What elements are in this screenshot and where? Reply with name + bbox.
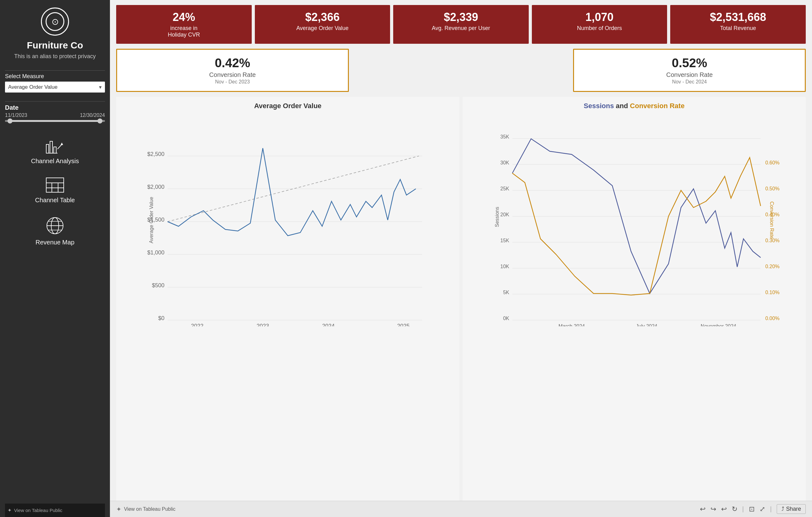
toolbar: ✦ View on Tableau Public ↩ ↪ ↩ ↻ | ⊡ ⤢ |… <box>110 501 812 517</box>
svg-text:2024: 2024 <box>322 323 335 326</box>
tableau-public-bar[interactable]: ✦ View on Tableau Public <box>5 504 105 517</box>
date-start: 11/1/2023 <box>5 112 27 118</box>
svg-text:$2,500: $2,500 <box>147 151 164 157</box>
sidebar-item-revenue-map[interactable]: Revenue Map <box>5 211 105 252</box>
sidebar-item-revenue-map-label: Revenue Map <box>36 239 75 246</box>
aov-chart-container: Average Order Value $0 $500 $1,000 $1,50… <box>116 97 459 512</box>
sessions-cvr-chart-title: Sessions and Conversion Rate <box>467 102 801 110</box>
kpi-card-4: $2,531,668 Total Revenue <box>670 5 806 44</box>
date-slider-fill <box>10 120 100 122</box>
cvr-card-2024: 0.52% Conversion Rate Nov - Dec 2024 <box>573 49 806 92</box>
globe-icon <box>46 216 64 236</box>
svg-rect-2 <box>54 147 56 153</box>
kpi-value-0: 24% <box>120 10 248 24</box>
cvr-card-2023: 0.42% Conversion Rate Nov - Dec 2023 <box>116 49 349 92</box>
kpi-value-4: $2,531,668 <box>674 10 802 24</box>
sessions-cvr-chart-container: Sessions and Conversion Rate 0K 5K 10K 1… <box>463 97 806 512</box>
svg-text:15K: 15K <box>500 238 510 243</box>
select-measure-wrapper[interactable]: Average Order Value Number of Orders Tot… <box>5 82 105 92</box>
kpi-card-3: 1,070 Number of Orders <box>532 5 667 44</box>
svg-text:25K: 25K <box>500 186 510 191</box>
aov-chart-svg: $0 $500 $1,000 $1,500 $2,000 $2,500 Aver… <box>121 114 455 326</box>
svg-text:Conversion Rate: Conversion Rate <box>769 201 775 239</box>
kpi-row: 24% increase inHoliday CVR $2,366 Averag… <box>116 5 806 44</box>
aov-chart-title: Average Order Value <box>121 102 455 110</box>
share-icon: ⤴ <box>781 506 784 512</box>
share-button[interactable]: ⤴ Share <box>777 504 806 514</box>
tableau-public-text: View on Tableau Public <box>124 507 175 512</box>
company-alias: This is an alias to protect privacy <box>14 53 95 60</box>
chart-icon <box>46 138 64 155</box>
table-icon <box>46 177 64 194</box>
kpi-card-1: $2,366 Average Order Value <box>255 5 390 44</box>
redo-button[interactable]: ↪ <box>710 505 716 513</box>
date-filter-section: Date 11/1/2023 12/30/2024 <box>5 104 105 122</box>
svg-text:Sessions: Sessions <box>494 207 500 227</box>
share-label: Share <box>786 506 801 512</box>
svg-rect-6 <box>46 178 64 192</box>
sidebar-item-channel-table[interactable]: Channel Table <box>5 172 105 210</box>
sidebar-item-channel-analysis-label: Channel Analysis <box>31 158 79 165</box>
toolbar-divider: | <box>742 506 744 513</box>
tableau-public-icon: ✦ <box>116 506 121 513</box>
cvr-spacer <box>352 49 570 92</box>
svg-text:10K: 10K <box>500 264 510 269</box>
kpi-label-2: Avg. Revenue per User <box>397 25 525 32</box>
svg-marker-5 <box>61 142 63 145</box>
date-range-display: 11/1/2023 12/30/2024 <box>5 112 105 118</box>
refresh-button[interactable]: ↻ <box>732 505 737 513</box>
cvr-date-2024: Nov - Dec 2024 <box>580 79 799 85</box>
kpi-label-4: Total Revenue <box>674 25 802 32</box>
kpi-value-3: 1,070 <box>535 10 664 24</box>
charts-row: Average Order Value $0 $500 $1,000 $1,50… <box>116 97 806 512</box>
kpi-label-1: Average Order Value <box>259 25 387 32</box>
fullscreen-button[interactable]: ⤢ <box>759 505 765 513</box>
svg-text:2025: 2025 <box>397 323 409 326</box>
undo-button[interactable]: ↩ <box>700 505 705 513</box>
main-content: 24% increase inHoliday CVR $2,366 Averag… <box>110 0 812 517</box>
sidebar-item-channel-table-label: Channel Table <box>35 197 75 204</box>
nav-section: Channel Analysis Channel Table <box>5 133 105 253</box>
svg-text:0.60%: 0.60% <box>765 160 780 165</box>
svg-text:$500: $500 <box>152 282 164 289</box>
divider-top <box>5 70 105 71</box>
select-measure-dropdown[interactable]: Average Order Value Number of Orders Tot… <box>5 82 105 92</box>
kpi-card-2: $2,339 Avg. Revenue per User <box>393 5 529 44</box>
tableau-public-section: ✦ View on Tableau Public <box>116 506 175 513</box>
revert-button[interactable]: ↩ <box>721 505 727 513</box>
svg-text:November 2024: November 2024 <box>701 324 736 326</box>
date-slider-thumb-right[interactable] <box>97 118 103 124</box>
view-mode-button[interactable]: ⊡ <box>749 505 755 513</box>
svg-text:2022: 2022 <box>191 323 203 326</box>
date-slider-thumb-left[interactable] <box>7 118 12 124</box>
svg-text:$1,000: $1,000 <box>147 249 164 256</box>
select-measure-label: Select Measure <box>5 73 44 80</box>
kpi-label-0: increase inHoliday CVR <box>120 25 248 38</box>
svg-rect-0 <box>46 144 49 153</box>
svg-text:0.50%: 0.50% <box>765 186 780 191</box>
sidebar-item-channel-analysis[interactable]: Channel Analysis <box>5 133 105 170</box>
conversion-rate-label: Conversion Rate <box>630 102 685 110</box>
date-end: 12/30/2024 <box>80 112 105 118</box>
svg-line-4 <box>57 144 62 149</box>
svg-text:March 2024: March 2024 <box>558 324 585 326</box>
cvr-value-2024: 0.52% <box>580 56 799 70</box>
date-label: Date <box>5 104 105 111</box>
logo-circle: ⊙ <box>41 7 69 36</box>
kpi-label-3: Number of Orders <box>535 25 664 32</box>
svg-text:Average Order Value: Average Order Value <box>149 197 154 243</box>
svg-text:July 2024: July 2024 <box>636 324 658 326</box>
kpi-value-2: $2,339 <box>397 10 525 24</box>
logo-icon: ⊙ <box>46 12 64 31</box>
cvr-label-2023: Conversion Rate <box>123 71 342 78</box>
toolbar-divider-2: | <box>770 506 772 513</box>
date-slider-track[interactable] <box>5 120 105 122</box>
svg-text:20K: 20K <box>500 212 510 217</box>
tableau-public-label: View on Tableau Public <box>14 508 62 513</box>
cvr-label-2024: Conversion Rate <box>580 71 799 78</box>
cvr-date-2023: Nov - Dec 2023 <box>123 79 342 85</box>
sessions-label: Sessions <box>584 102 614 110</box>
company-name: Furniture Co <box>27 40 83 51</box>
svg-text:5K: 5K <box>503 290 510 295</box>
kpi-value-1: $2,366 <box>259 10 387 24</box>
